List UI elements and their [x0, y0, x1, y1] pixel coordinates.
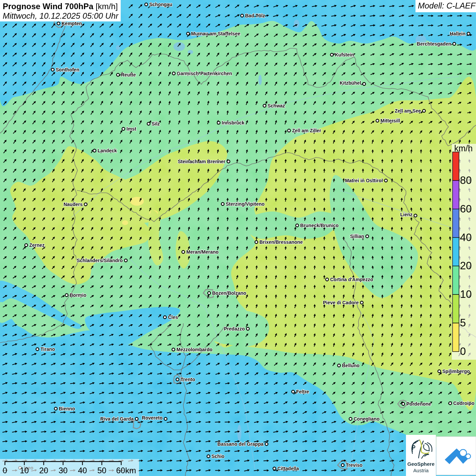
svg-text:Steinach am Brenner: Steinach am Brenner — [178, 159, 226, 164]
svg-text:Berchtesgaden: Berchtesgaden — [417, 41, 451, 47]
svg-text:Mittersill: Mittersill — [380, 118, 400, 123]
svg-text:Trento: Trento — [181, 377, 195, 382]
svg-text:Matrei in Osttirol: Matrei in Osttirol — [345, 178, 383, 183]
svg-text:Hallein: Hallein — [450, 31, 465, 36]
svg-text:Codroipo: Codroipo — [453, 401, 474, 406]
svg-text:20: 20 — [460, 260, 472, 272]
svg-text:Schio: Schio — [211, 454, 224, 459]
svg-text:Cortina d'Ampezzo: Cortina d'Ampezzo — [330, 277, 373, 282]
svg-text:Conegliano: Conegliano — [354, 416, 379, 422]
svg-text:Schongau: Schongau — [149, 2, 172, 7]
svg-text:Kufstein: Kufstein — [335, 52, 354, 57]
svg-text:Sonthofen: Sonthofen — [56, 67, 79, 72]
svg-text:Treviso: Treviso — [346, 462, 362, 468]
svg-text:Sterzing/Vipiteno: Sterzing/Vipiteno — [226, 201, 265, 207]
svg-text:Zell am See: Zell am See — [395, 108, 421, 114]
svg-text:60: 60 — [460, 203, 472, 215]
svg-text:Kempten: Kempten — [62, 21, 82, 26]
svg-text:Rovereto: Rovereto — [142, 415, 163, 421]
svg-text:Bassano del Grappa: Bassano del Grappa — [218, 441, 264, 447]
svg-text:Riva del Garda: Riva del Garda — [100, 416, 134, 422]
svg-text:Mittwoch, 10.12.2025 05:00 Uhr: Mittwoch, 10.12.2025 05:00 Uhr — [3, 11, 119, 20]
svg-text:5: 5 — [460, 317, 466, 329]
svg-text:50: 50 — [97, 466, 106, 475]
svg-text:Belluno: Belluno — [342, 363, 359, 368]
svg-text:Silz: Silz — [152, 121, 160, 126]
svg-text:10: 10 — [20, 466, 29, 475]
svg-text:60km: 60km — [116, 466, 136, 475]
svg-text:Modell: C-LAEF: Modell: C-LAEF — [418, 1, 476, 10]
svg-text:Lienz: Lienz — [400, 212, 412, 217]
svg-text:Pieve di Cadore: Pieve di Cadore — [323, 300, 359, 305]
svg-text:20: 20 — [39, 466, 48, 475]
svg-text:Bruneck/Brunico: Bruneck/Brunico — [300, 223, 339, 228]
svg-text:Bormio: Bormio — [70, 292, 86, 298]
svg-text:Mezzolombardo: Mezzolombardo — [176, 347, 213, 352]
svg-text:Spilimbergo: Spilimbergo — [442, 369, 470, 374]
svg-text:Murnau am Staffelsee: Murnau am Staffelsee — [191, 31, 240, 36]
svg-text:10: 10 — [460, 288, 472, 300]
svg-text:40: 40 — [78, 466, 87, 475]
svg-text:Schwaz: Schwaz — [268, 103, 285, 108]
svg-text:Prognose Wind 700hPa [km/h]: Prognose Wind 700hPa [km/h] — [3, 2, 118, 11]
svg-text:Zernez: Zernez — [29, 242, 45, 248]
svg-text:Feltre: Feltre — [296, 389, 309, 394]
svg-text:Bad Tölz: Bad Tölz — [245, 13, 265, 18]
svg-text:Tirano: Tirano — [40, 346, 55, 352]
svg-text:Garmisch-Partenkirchen: Garmisch-Partenkirchen — [177, 71, 232, 76]
svg-text:Cles: Cles — [168, 314, 178, 320]
svg-text:Innsbruck: Innsbruck — [222, 120, 244, 125]
svg-text:Imst: Imst — [126, 126, 136, 132]
svg-text:Sillian: Sillian — [350, 234, 364, 239]
svg-text:Zell am Ziller: Zell am Ziller — [292, 128, 321, 133]
svg-text:GeoSphere: GeoSphere — [407, 461, 435, 467]
svg-text:km/h: km/h — [454, 143, 473, 153]
svg-text:Austria: Austria — [413, 468, 429, 473]
svg-text:Nauders: Nauders — [64, 202, 83, 207]
svg-text:30: 30 — [58, 466, 68, 475]
svg-text:Cittadella: Cittadella — [277, 466, 299, 471]
svg-text:Landeck: Landeck — [98, 148, 117, 153]
svg-text:0: 0 — [460, 345, 466, 357]
svg-text:Schlanders/Silandro: Schlanders/Silandro — [77, 258, 123, 263]
svg-text:40: 40 — [460, 232, 472, 243]
svg-text:Bozen/Bolzano: Bozen/Bolzano — [212, 290, 246, 296]
svg-text:Kitzbühel: Kitzbühel — [340, 80, 361, 86]
svg-text:Meran/Merano: Meran/Merano — [186, 249, 219, 255]
svg-text:Reutte: Reutte — [121, 72, 136, 78]
svg-text:80: 80 — [460, 174, 472, 186]
svg-text:Brixen/Bressanone: Brixen/Bressanone — [259, 239, 303, 245]
svg-text:Bienno: Bienno — [59, 406, 75, 411]
svg-text:0: 0 — [3, 466, 7, 475]
svg-text:Pordenone: Pordenone — [406, 401, 431, 407]
svg-text:Predazzo: Predazzo — [224, 326, 245, 332]
